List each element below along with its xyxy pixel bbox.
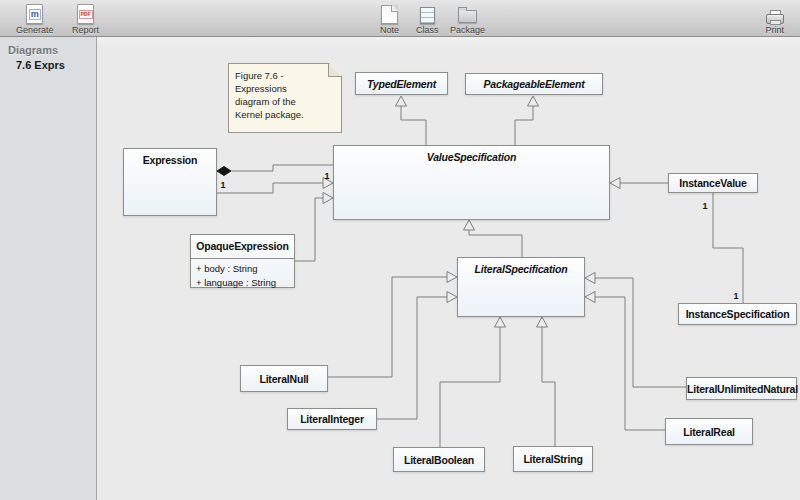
sidebar-item-76-exprs[interactable]: 7.6 Exprs <box>0 56 96 71</box>
generalization-arrow-literal-integer <box>447 292 457 303</box>
class-icon <box>420 4 435 24</box>
generalization-arrow-instance-value <box>610 178 620 189</box>
generalization-arrow-literal-null <box>447 272 457 283</box>
package-button[interactable]: Package <box>450 4 485 35</box>
generate-icon: m <box>26 4 43 24</box>
class-name: Expression <box>124 153 216 167</box>
class-label: Class <box>416 25 439 35</box>
generalization-arrow-literal-real <box>585 292 595 303</box>
print-icon <box>766 4 784 24</box>
package-label: Package <box>450 25 485 35</box>
edge-typed-element-to-value-specification <box>401 106 426 145</box>
note-label: Note <box>380 25 399 35</box>
edge-opaque-expression-to-value-specification <box>295 198 323 261</box>
app-window: m Generate PDF Report Note Class Package <box>0 0 800 500</box>
class-name: LiteralSpecification <box>458 262 584 276</box>
toolbar: m Generate PDF Report Note Class Package <box>0 0 800 37</box>
class-button[interactable]: Class <box>416 4 439 35</box>
print-button[interactable]: Print <box>765 4 784 35</box>
generate-button[interactable]: m Generate <box>16 4 54 35</box>
edge-instance-value-to-instance-specification <box>713 193 743 303</box>
diagram-note[interactable]: Figure 7.6 -Expressionsdiagram of theKer… <box>228 63 342 133</box>
edge-literal-real-to-literal-specification <box>595 297 665 430</box>
class-packageable-element[interactable]: PackageableElement <box>465 73 603 95</box>
sidebar: Diagrams 7.6 Exprs <box>0 37 97 500</box>
edge-literal-integer-to-literal-specification <box>377 297 447 419</box>
class-typed-element[interactable]: TypedElement <box>355 72 448 95</box>
class-value-specification[interactable]: ValueSpecification <box>333 145 610 220</box>
class-literal-string[interactable]: LiteralString <box>513 446 593 472</box>
class-literal-specification[interactable]: LiteralSpecification <box>457 257 585 317</box>
diagram-layer: Figure 7.6 -Expressionsdiagram of theKer… <box>97 37 800 500</box>
class-name: LiteralNull <box>241 372 327 386</box>
class-literal-boolean[interactable]: LiteralBoolean <box>393 447 485 472</box>
generalization-arrow-packageable-element <box>528 96 539 106</box>
class-name: InstanceSpecification <box>679 307 796 321</box>
edge-literal-null-to-literal-specification <box>328 277 447 377</box>
generalization-arrow-opaque-expression <box>323 193 333 204</box>
generalization-arrow-literal-string <box>537 317 548 327</box>
class-opaque-expression[interactable]: OpaqueExpression+ body : String+ languag… <box>190 234 295 288</box>
class-instance-specification[interactable]: InstanceSpecification <box>678 303 797 325</box>
class-name: LiteralString <box>514 452 592 466</box>
multiplicity-label: 1 <box>702 201 707 211</box>
class-name: OpaqueExpression <box>191 235 294 259</box>
edge-literal-specification-to-value-specification <box>469 230 522 257</box>
sidebar-header-diagrams: Diagrams <box>0 37 96 56</box>
package-icon <box>458 4 477 24</box>
class-attributes: + body : String+ language : String <box>191 259 294 289</box>
edge-literal-unlimited-natural-to-literal-specification <box>595 278 686 387</box>
class-literal-unlimited-natural[interactable]: LiteralUnlimitedNatural <box>686 377 797 400</box>
note-text-line: Figure 7.6 - <box>235 69 335 82</box>
class-name: PackageableElement <box>466 77 602 91</box>
note-icon <box>381 4 398 24</box>
note-text-line: diagram of the <box>235 95 335 108</box>
class-name: InstanceValue <box>669 176 757 190</box>
composition-diamond-expression <box>217 167 231 176</box>
report-label: Report <box>72 25 99 35</box>
generalization-arrow-typed-element <box>396 96 407 106</box>
note-text-line: Kernel package. <box>235 108 335 121</box>
report-icon: PDF <box>77 4 94 24</box>
class-instance-value[interactable]: InstanceValue <box>668 173 758 193</box>
multiplicity-label: 1 <box>733 291 738 301</box>
edge-literal-string-to-literal-specification <box>542 327 555 446</box>
class-name: LiteralUnlimitedNatural <box>687 382 796 396</box>
class-name: LiteralReal <box>666 425 752 439</box>
class-name: LiteralBoolean <box>394 453 484 467</box>
generate-label: Generate <box>16 25 54 35</box>
generalization-arrow-literal-unlimited-natural <box>585 273 595 284</box>
multiplicity-label: 1 <box>220 180 225 190</box>
note-text-line: Expressions <box>235 82 335 95</box>
edge-packageable-element-to-value-specification <box>515 106 533 145</box>
edge-expression-to-value-specification <box>231 165 333 171</box>
class-literal-integer[interactable]: LiteralInteger <box>287 408 377 430</box>
generalization-arrow-literal-specification <box>464 220 475 230</box>
class-name: ValueSpecification <box>334 150 609 164</box>
edge-expression-to-value-specification <box>217 183 323 193</box>
multiplicity-label: 1 <box>324 171 329 181</box>
class-attribute: + language : String <box>196 276 289 290</box>
report-button[interactable]: PDF Report <box>72 4 99 35</box>
note-button[interactable]: Note <box>380 4 399 35</box>
edge-literal-boolean-to-literal-specification <box>440 327 500 447</box>
class-literal-null[interactable]: LiteralNull <box>240 365 328 392</box>
class-name: TypedElement <box>356 77 447 91</box>
diagram-canvas[interactable]: Figure 7.6 -Expressionsdiagram of theKer… <box>97 37 800 500</box>
class-expression[interactable]: Expression <box>123 148 217 216</box>
class-attribute: + body : String <box>196 262 289 276</box>
class-name: LiteralInteger <box>288 412 376 426</box>
class-literal-real[interactable]: LiteralReal <box>665 418 753 445</box>
print-label: Print <box>765 25 784 35</box>
generalization-arrow-literal-boolean <box>495 317 506 327</box>
